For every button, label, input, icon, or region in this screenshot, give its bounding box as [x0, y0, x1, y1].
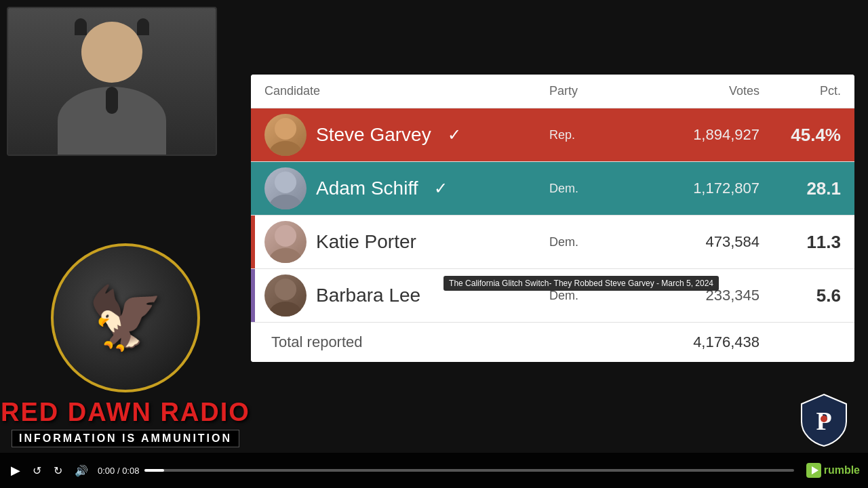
avatar-porter: [264, 221, 307, 263]
candidate-info-schiff: Adam Schiff ✓: [264, 167, 549, 209]
party-schiff: Dem.: [549, 182, 644, 196]
header-party: Party: [549, 84, 644, 98]
votes-porter: 473,584: [644, 233, 760, 251]
svg-point-5: [269, 248, 302, 263]
total-label: Total reported: [264, 333, 549, 351]
svg-point-3: [269, 195, 302, 209]
svg-point-7: [269, 302, 302, 317]
avatar-lee: [264, 274, 307, 317]
microphone-icon: [106, 87, 118, 114]
header-votes: Votes: [644, 84, 760, 98]
candidate-name-lee: Barbara Lee: [316, 285, 420, 306]
candidate-row-porter: Katie Porter Dem. 473,584 11.3: [251, 216, 854, 269]
play-button[interactable]: ▶: [8, 460, 23, 481]
rumble-logo: rumble: [806, 463, 860, 478]
table-header: Candidate Party Votes Pct.: [251, 75, 854, 108]
votes-schiff: 1,172,807: [644, 180, 760, 197]
row-bar-lee: [251, 269, 255, 322]
svg-point-2: [275, 171, 296, 193]
candidate-row-garvey: Steve Garvey ✓ Rep. 1,894,927 45.4%: [251, 108, 854, 162]
winner-checkmark-schiff: ✓: [434, 179, 448, 198]
volume-button[interactable]: 🔊: [72, 462, 91, 480]
total-votes: 4,176,438: [644, 333, 760, 351]
person-head: [81, 22, 142, 83]
candidate-info-lee: Barbara Lee: [264, 274, 549, 317]
candidate-name-schiff: Adam Schiff: [316, 178, 418, 199]
candidate-row-schiff: Adam Schiff ✓ Dem. 1,172,807 28.1: [251, 162, 854, 216]
candidate-info-porter: Katie Porter: [264, 221, 549, 263]
candidate-name-porter: Katie Porter: [316, 231, 416, 253]
brand-logo-area: 🦅 RED DAWN RADIO INFORMATION IS AMMUNITI…: [0, 243, 251, 447]
total-row: Total reported 4,176,438: [251, 323, 854, 362]
avatar-garvey: [264, 114, 307, 156]
svg-point-4: [275, 225, 296, 247]
party-lee: Dem.: [549, 289, 644, 303]
progress-area[interactable]: 0:00 / 0:08: [98, 466, 794, 476]
winner-checkmark-garvey: ✓: [448, 125, 461, 144]
votes-garvey: 1,894,927: [644, 126, 760, 144]
candidate-row-lee: Barbara Lee Dem. 233,345 5.6 The Califor…: [251, 269, 854, 323]
brand-title: RED DAWN RADIO: [1, 398, 250, 427]
rewind-button[interactable]: ↺: [30, 462, 44, 480]
brand-tagline: INFORMATION IS AMMUNITION: [12, 430, 239, 447]
header-pct: Pct.: [760, 84, 841, 98]
results-panel: Candidate Party Votes Pct. Steve Garvey …: [251, 75, 854, 362]
votes-lee: 233,345: [644, 287, 760, 304]
logo-circle: 🦅: [51, 243, 200, 392]
header-candidate: Candidate: [264, 84, 549, 98]
svg-point-9: [821, 415, 827, 422]
candidate-name-garvey: Steve Garvey: [316, 124, 431, 146]
player-controls[interactable]: ▶ ↺ ↻ 🔊 0:00 / 0:08 rumble: [0, 453, 868, 488]
rumble-text: rumble: [824, 464, 860, 476]
webcam-person: [8, 8, 216, 155]
avatar-schiff: [264, 167, 307, 209]
svg-point-6: [275, 279, 296, 300]
progress-bar-track[interactable]: [144, 469, 793, 472]
forward-button[interactable]: ↻: [51, 462, 65, 480]
progress-bar-fill: [144, 469, 164, 472]
shield-brand-icon: P: [800, 393, 848, 447]
eagle-icon: 🦅: [87, 287, 163, 348]
headphone-left: [75, 18, 87, 35]
row-bar-porter: [251, 216, 255, 268]
party-porter: Dem.: [549, 235, 644, 249]
webcam-overlay: [7, 7, 217, 156]
headphone-right: [137, 18, 149, 35]
svg-point-0: [275, 118, 296, 140]
pct-schiff: 28.1: [760, 178, 841, 199]
svg-point-1: [269, 141, 302, 156]
candidate-info-garvey: Steve Garvey ✓: [264, 114, 549, 156]
pct-garvey: 45.4%: [760, 125, 841, 146]
time-display: 0:00 / 0:08: [98, 466, 139, 476]
pct-porter: 11.3: [760, 232, 841, 253]
pct-lee: 5.6: [760, 285, 841, 306]
party-garvey: Rep.: [549, 128, 644, 142]
